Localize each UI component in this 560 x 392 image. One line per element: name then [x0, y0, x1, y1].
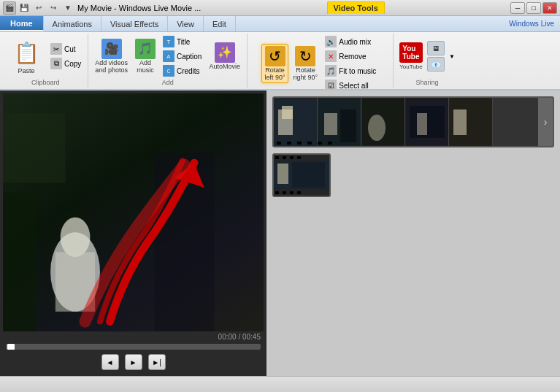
auto-movie-label: AutoMovie: [209, 64, 240, 71]
tab-view[interactable]: View: [168, 16, 204, 31]
svg-rect-31: [275, 191, 279, 194]
fit-to-music-button[interactable]: 🎵 Fit to music: [323, 64, 378, 77]
play-button[interactable]: ►: [125, 354, 142, 370]
svg-rect-27: [297, 156, 301, 159]
rotate-right-icon: ↻: [295, 46, 315, 66]
paste-button[interactable]: 📋 Paste: [7, 35, 45, 77]
clipboard-label: Clipboard: [31, 79, 60, 86]
auto-movie-icon: ✨: [215, 42, 235, 63]
svg-rect-33: [290, 191, 294, 194]
svg-rect-13: [324, 113, 337, 135]
add-music-button[interactable]: 🎵 Addmusic: [133, 37, 158, 76]
remove-icon: ✕: [325, 50, 337, 62]
copy-icon: ⧉: [50, 58, 62, 69]
svg-rect-30: [292, 162, 325, 188]
windows-live-link[interactable]: Windows Live: [503, 16, 560, 31]
film-frame-5[interactable]: [449, 98, 493, 146]
title-button[interactable]: T Title: [161, 35, 204, 48]
title-bar-left: 🎬 💾 ↩ ↪ ▼ My Movie - Windows Live Movie …: [3, 1, 201, 15]
film-frame-1[interactable]: [274, 98, 318, 146]
ribbon: Home Animations Visual Effects View Edit…: [0, 16, 560, 91]
timeline-area: ›: [266, 91, 560, 376]
audio-mix-icon: 🔊: [325, 36, 337, 47]
video-preview[interactable]: [3, 93, 264, 331]
sprocket-hole: [277, 142, 281, 145]
redo-btn[interactable]: ↪: [47, 1, 60, 15]
add-videos-button[interactable]: 🎥 Add videosand photos: [93, 37, 130, 76]
select-all-icon: ☑: [325, 80, 337, 91]
editing-group: ↺ Rotateleft 90° ↻ Rotateright 90° 🔊 Aud…: [248, 34, 394, 88]
status-bar: [0, 376, 560, 392]
svg-rect-22: [453, 109, 467, 135]
video-scrubber[interactable]: [6, 344, 261, 350]
rotate-right-button[interactable]: ↻ Rotateright 90°: [291, 45, 321, 83]
title-bar: 🎬 💾 ↩ ↪ ▼ My Movie - Windows Live Movie …: [0, 0, 560, 16]
share-icon-2[interactable]: 📧: [427, 57, 445, 72]
main-content: 00:00 / 00:45 ◄ ► ►|: [0, 91, 560, 376]
svg-rect-7: [3, 113, 65, 182]
sharing-dropdown[interactable]: ▼: [448, 52, 456, 61]
minimize-btn[interactable]: ─: [510, 2, 525, 14]
credits-icon: C: [163, 65, 174, 77]
youtube-button[interactable]: YouTube YouTube: [398, 41, 424, 72]
paste-label: Paste: [18, 67, 34, 74]
film-strip-scroll-right[interactable]: ›: [538, 98, 553, 146]
add-music-icon: 🎵: [135, 39, 156, 59]
maximize-btn[interactable]: □: [526, 2, 541, 14]
copy-button[interactable]: ⧉ Copy: [48, 57, 83, 70]
thumbnail-strip-row: [272, 153, 554, 197]
sprocket-hole: [307, 142, 312, 145]
svg-rect-29: [277, 164, 288, 184]
tab-visual-effects[interactable]: Visual Effects: [101, 16, 168, 31]
cut-label: Cut: [64, 45, 76, 53]
video-tools-tab[interactable]: Video Tools: [327, 1, 385, 14]
caption-button[interactable]: A Caption: [161, 50, 204, 63]
remove-label: Remove: [339, 53, 366, 61]
add-label: Add: [162, 79, 174, 86]
video-area: 00:00 / 00:45 ◄ ► ►|: [0, 91, 266, 376]
save-btn[interactable]: 💾: [18, 1, 31, 15]
film-frame-2[interactable]: [318, 98, 361, 146]
forward-button[interactable]: ►|: [148, 354, 166, 370]
remove-button[interactable]: ✕ Remove: [323, 50, 378, 63]
add-music-label: Addmusic: [137, 60, 154, 74]
film-frame: [3, 93, 264, 331]
tab-edit[interactable]: Edit: [204, 16, 236, 31]
quick-access-toolbar: 🎬 💾 ↩ ↪ ▼: [3, 1, 74, 15]
sharing-group: YouTube YouTube 🖥 📧 ▼ Sharing: [394, 34, 461, 88]
credits-button[interactable]: C Credits: [161, 64, 204, 77]
close-btn[interactable]: ✕: [542, 2, 557, 14]
caption-label: Caption: [177, 53, 202, 61]
rewind-button[interactable]: ◄: [101, 354, 119, 370]
svg-rect-24: [275, 156, 279, 159]
svg-rect-34: [297, 191, 301, 194]
audio-mix-button[interactable]: 🔊 Audio mix: [323, 35, 378, 48]
film-frame-3[interactable]: [361, 98, 405, 146]
youtube-icon: YouTube: [399, 42, 423, 63]
select-all-label: Select all: [339, 82, 369, 90]
copy-label: Copy: [64, 60, 81, 68]
cut-icon: ✂: [50, 43, 62, 55]
rotate-left-icon: ↺: [265, 46, 285, 66]
dropdown-btn[interactable]: ▼: [61, 1, 74, 15]
svg-rect-5: [3, 193, 36, 331]
add-videos-icon: 🎥: [101, 39, 122, 59]
tab-animations[interactable]: Animations: [44, 16, 101, 31]
rotate-left-button[interactable]: ↺ Rotateleft 90°: [261, 44, 288, 84]
caption-icon: A: [163, 50, 174, 62]
sprocket-hole: [297, 142, 302, 145]
sprocket-hole: [287, 142, 291, 145]
small-film-strip[interactable]: [272, 153, 331, 197]
share-icon-1[interactable]: 🖥: [427, 41, 445, 55]
auto-movie-button[interactable]: ✨ AutoMovie: [207, 41, 242, 72]
tab-home[interactable]: Home: [0, 16, 44, 31]
scrubber-thumb[interactable]: [7, 344, 15, 350]
sharing-label: Sharing: [398, 79, 456, 86]
sprocket-hole: [328, 142, 332, 145]
film-frame-4[interactable]: [405, 98, 449, 146]
video-frame-svg: [3, 93, 264, 331]
undo-btn[interactable]: ↩: [32, 1, 45, 15]
cut-button[interactable]: ✂ Cut: [48, 42, 83, 55]
add-videos-label: Add videosand photos: [95, 60, 128, 74]
main-film-strip: ›: [272, 96, 554, 147]
